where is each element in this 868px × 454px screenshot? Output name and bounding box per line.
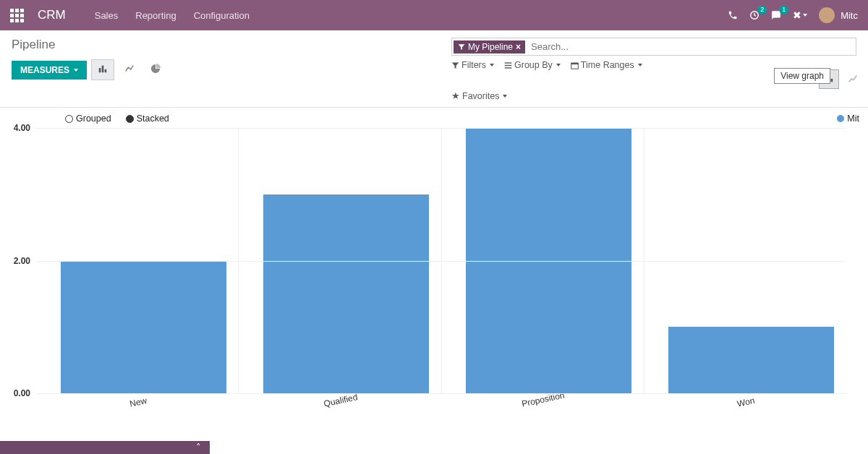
svg-rect-21 bbox=[831, 79, 833, 82]
timeranges-dropdown[interactable]: Time Ranges bbox=[571, 60, 642, 70]
breadcrumb: Pipeline bbox=[12, 38, 451, 52]
series-color-icon bbox=[837, 115, 844, 122]
chart-bar[interactable] bbox=[263, 194, 429, 393]
calendar-icon bbox=[571, 61, 579, 69]
x-tick: Won bbox=[736, 395, 756, 409]
svg-rect-2 bbox=[102, 66, 104, 73]
view-pivot-icon[interactable] bbox=[843, 70, 862, 88]
nav-configuration[interactable]: Configuration bbox=[194, 10, 250, 21]
mode-grouped[interactable]: Grouped bbox=[65, 113, 111, 124]
control-panel: Pipeline MEASURES My Pipeline × bbox=[0, 30, 868, 108]
svg-rect-8 bbox=[571, 63, 579, 64]
app-name: CRM bbox=[38, 8, 66, 22]
nav-sales[interactable]: Sales bbox=[95, 10, 119, 21]
svg-rect-3 bbox=[105, 69, 107, 72]
svg-rect-1 bbox=[99, 68, 101, 72]
user-menu[interactable]: Mitc bbox=[819, 7, 858, 23]
measures-button[interactable]: MEASURES bbox=[12, 61, 87, 80]
series-label: Mit bbox=[847, 113, 859, 124]
activities-badge: 2 bbox=[757, 6, 767, 14]
y-tick: 2.00 bbox=[4, 256, 30, 266]
list-icon bbox=[504, 61, 512, 69]
filters-dropdown[interactable]: Filters bbox=[451, 60, 494, 70]
tools-icon[interactable]: ✖ bbox=[793, 9, 807, 21]
y-tick: 0.00 bbox=[4, 388, 30, 398]
favorites-dropdown[interactable]: ★ Favorites bbox=[451, 90, 507, 101]
top-navbar: CRM Sales Reporting Configuration 2 1 ✖ … bbox=[0, 0, 868, 30]
user-name: Mitc bbox=[841, 10, 858, 21]
apps-icon[interactable] bbox=[10, 9, 23, 22]
star-icon: ★ bbox=[451, 90, 460, 101]
avatar-icon bbox=[819, 7, 835, 23]
search-box[interactable]: My Pipeline × bbox=[451, 38, 856, 56]
svg-rect-6 bbox=[505, 67, 512, 68]
chart-bar-button[interactable] bbox=[91, 59, 114, 80]
x-tick: New bbox=[129, 395, 148, 409]
active-filter-label: My Pipeline bbox=[468, 42, 513, 52]
chevron-up-icon: ˄ bbox=[196, 442, 201, 453]
chart-bar[interactable] bbox=[668, 327, 834, 393]
chart-bar[interactable] bbox=[61, 261, 226, 394]
mode-stacked[interactable]: Stacked bbox=[126, 113, 169, 124]
x-tick: Qualified bbox=[323, 392, 358, 409]
activities-icon[interactable]: 2 bbox=[749, 10, 760, 20]
messages-icon[interactable]: 1 bbox=[771, 10, 781, 20]
messages-badge: 1 bbox=[779, 6, 788, 14]
search-input[interactable] bbox=[527, 38, 856, 55]
measures-label: MEASURES bbox=[20, 65, 69, 75]
phone-icon[interactable] bbox=[728, 10, 738, 20]
svg-rect-5 bbox=[505, 64, 512, 65]
chart-area: Grouped Stacked Mit NewQualifiedProposit… bbox=[36, 115, 846, 426]
chart-plot: NewQualifiedPropositionWon 0.002.004.00 bbox=[36, 128, 846, 394]
view-graph-tooltip: View graph bbox=[774, 68, 830, 84]
remove-filter-icon[interactable]: × bbox=[516, 42, 521, 52]
caret-down-icon bbox=[74, 69, 78, 72]
funnel-icon bbox=[451, 61, 459, 69]
groupby-dropdown[interactable]: Group By bbox=[504, 60, 561, 70]
nav-reporting[interactable]: Reporting bbox=[135, 10, 176, 21]
y-tick: 4.00 bbox=[4, 123, 30, 133]
footer-panel[interactable]: ˄ bbox=[0, 441, 210, 454]
chart-series-legend: Mit bbox=[837, 113, 859, 124]
funnel-icon bbox=[458, 43, 465, 51]
chart-mode-legend: Grouped Stacked bbox=[65, 113, 169, 124]
chart-line-button[interactable] bbox=[119, 60, 140, 80]
chart-pie-button[interactable] bbox=[145, 60, 166, 80]
svg-rect-4 bbox=[505, 62, 512, 63]
active-filter-tag: My Pipeline × bbox=[454, 40, 525, 53]
